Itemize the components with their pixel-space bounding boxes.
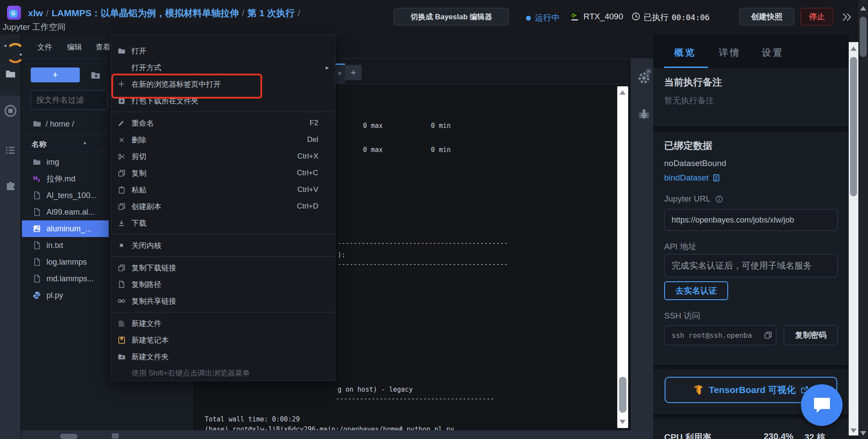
debug-bug-icon[interactable] <box>637 107 651 120</box>
statusbar-icon <box>112 433 119 439</box>
shortcut: Ctrl+X <box>297 152 318 161</box>
new-launcher-button[interactable]: + <box>31 67 80 82</box>
cpu-cores: 32 核 <box>804 432 825 439</box>
menu-item-copy[interactable]: 复制 Ctrl+C <box>111 165 335 181</box>
menu-item-copy-share-link[interactable]: 复制共享链接 <box>111 293 335 309</box>
table-of-contents-icon[interactable] <box>5 145 16 156</box>
menu-item-open[interactable]: 打开 <box>111 42 335 59</box>
file-browser-tab-icon[interactable] <box>5 68 16 80</box>
dataset-card: 已绑定数据 noDatasetBound bindDataset Jupyter… <box>653 131 849 366</box>
menu-item-shutdown-kernel[interactable]: 关闭内核 <box>111 237 335 254</box>
scrollbar-thumb[interactable] <box>619 377 626 413</box>
clock-icon <box>631 12 640 21</box>
annotation-highlight-box <box>111 74 262 99</box>
scroll-up-icon[interactable] <box>860 6 866 11</box>
menu-divider <box>111 312 335 312</box>
home-folder-icon[interactable] <box>32 119 42 128</box>
api-address-field[interactable]: 完成实名认证后，可使用子域名服务 <box>664 254 838 277</box>
copy-icon <box>117 169 126 177</box>
terminal-text: ): <box>338 251 345 259</box>
menu-view[interactable]: 查看 <box>96 42 110 52</box>
scroll-down-icon[interactable] <box>850 428 857 433</box>
tab-overview[interactable]: 概览 <box>674 46 696 59</box>
name-column-header[interactable]: 名称 <box>32 139 46 149</box>
file-row[interactable]: md.lammps... <box>22 270 109 287</box>
terminal-text: 0 max <box>363 122 383 130</box>
menu-item-rename[interactable]: 重命名 F2 <box>111 115 335 131</box>
job-overview-panel: 概览 详情 设置 当前执行备注 暂无执行备注 已绑定数据 noDatasetBo… <box>653 34 849 439</box>
menu-item-new-file[interactable]: 新建文件 <box>111 315 335 332</box>
filter-files-input[interactable] <box>31 90 108 110</box>
scrollbar-thumb[interactable] <box>860 17 867 57</box>
app-logo-icon[interactable]: G <box>7 6 21 20</box>
download-icon <box>117 219 125 227</box>
close-tab-icon[interactable]: × <box>338 69 342 78</box>
shortcut: Ctrl+D <box>297 202 318 211</box>
tab-settings[interactable]: 设置 <box>762 46 784 59</box>
window-scrollbar[interactable] <box>858 0 868 439</box>
scroll-up-icon[interactable] <box>850 46 857 51</box>
cpu-percent: 230.4% <box>764 432 793 439</box>
switch-editor-button[interactable]: 切换成 Bayeslab 编辑器 <box>394 8 509 25</box>
file-row[interactable]: Al99.eam.al... <box>22 204 109 220</box>
file-row[interactable]: pl.py <box>22 287 109 304</box>
new-tab-button[interactable]: + <box>345 65 362 80</box>
path-breadcrumb[interactable]: / home / <box>46 120 74 129</box>
terminal-text: ----------------------------------------… <box>338 260 508 268</box>
breadcrumb-project[interactable]: LAMMPS：以单晶铝为例，模拟材料单轴拉伸 <box>52 8 239 18</box>
dataset-heading: 已绑定数据 <box>664 139 712 152</box>
file-row[interactable]: in.txt <box>22 237 109 254</box>
file-row-selected[interactable]: aluminum_... <box>22 220 109 237</box>
menu-item-new-notebook[interactable]: 新建笔记本 <box>111 332 335 348</box>
settings-gear-small-icon <box>645 68 652 75</box>
terminal-scrollbar[interactable] <box>617 86 628 428</box>
menu-edit[interactable]: 编辑 <box>67 42 82 52</box>
scroll-up-icon[interactable] <box>619 90 626 95</box>
bind-dataset-link[interactable]: bindDataset <box>664 173 721 183</box>
new-folder-icon[interactable] <box>90 70 101 81</box>
breadcrumb-run[interactable]: 第 1 次执行 <box>248 8 295 18</box>
copy-icon <box>117 264 126 272</box>
verify-identity-button[interactable]: 去实名认证 <box>664 281 728 300</box>
collapse-panel-icon[interactable] <box>841 11 852 23</box>
extensions-icon[interactable] <box>5 181 16 192</box>
panel-scrollbar[interactable] <box>849 42 858 435</box>
menu-item-delete[interactable]: 删除 Del <box>111 131 335 148</box>
scroll-down-icon[interactable] <box>860 431 866 435</box>
x-icon <box>118 136 125 144</box>
tensorflow-icon <box>693 384 704 396</box>
file-row[interactable]: img <box>22 154 109 170</box>
menu-file[interactable]: 文件 <box>37 42 52 52</box>
menu-item-download[interactable]: 下载 <box>111 215 335 231</box>
file-row[interactable]: Al_tens_100... <box>22 187 109 204</box>
tab-details[interactable]: 详情 <box>719 46 741 59</box>
ssh-command-field[interactable]: ssh root@ssh.openba <box>664 325 776 345</box>
running-kernels-icon[interactable] <box>4 104 17 117</box>
chat-support-button[interactable] <box>801 384 843 426</box>
elapsed-label: 已执行 <box>644 12 669 23</box>
dataset-status: noDatasetBound <box>664 159 726 168</box>
clipboard-icon <box>117 186 126 194</box>
menu-item-copy-path[interactable]: 复制路径 <box>111 276 335 293</box>
menu-item-paste[interactable]: 粘贴 Ctrl+V <box>111 181 335 198</box>
menu-item-duplicate[interactable]: 创建副本 Ctrl+D <box>111 198 335 215</box>
jupyter-spinner-icon <box>4 40 23 60</box>
copy-password-button[interactable]: 复制密码 <box>784 325 838 345</box>
menu-item-new-folder[interactable]: 新建文件夹 <box>111 348 335 365</box>
sort-ascending-icon[interactable]: ▲ <box>82 140 87 145</box>
scroll-down-icon[interactable] <box>619 420 626 424</box>
breadcrumb-user[interactable]: xlw <box>28 8 43 18</box>
menu-item-copy-download-link[interactable]: 复制下载链接 <box>111 259 335 276</box>
file-row[interactable]: log.lammps <box>22 254 109 270</box>
menu-item-cut[interactable]: 剪切 Ctrl+X <box>111 148 335 165</box>
terminal-text: 0 min <box>431 146 451 154</box>
copy-ssh-icon[interactable] <box>764 331 772 340</box>
info-icon[interactable] <box>715 195 723 203</box>
file-row[interactable]: 拉伸.md <box>22 170 109 187</box>
create-snapshot-button[interactable]: 创建快照 <box>739 8 794 25</box>
scrollbar-thumb[interactable] <box>850 57 857 196</box>
stop-button[interactable]: 停止 <box>800 8 833 25</box>
terminal-text: 0 max <box>363 146 383 154</box>
jupyter-url-field[interactable]: https://openbayes.com/jobs/xlw/job <box>664 209 838 231</box>
menu-hint: 使用 Shift+右键点击调出浏览器菜单 <box>111 365 335 381</box>
